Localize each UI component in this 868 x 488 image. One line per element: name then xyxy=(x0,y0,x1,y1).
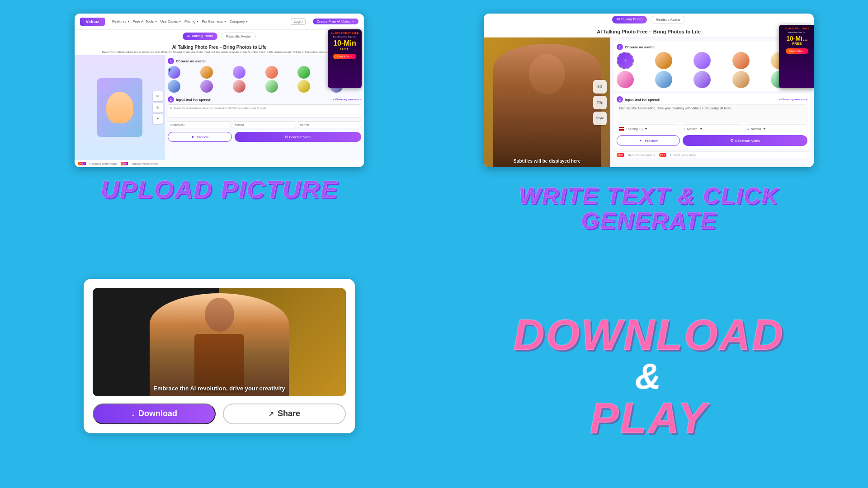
preview-button[interactable]: Preview xyxy=(168,132,232,142)
pro-badge-watermark: PRO xyxy=(78,162,86,165)
s2-black-friday-popup: BLACK FRI... SALE Extend Your Time To...… xyxy=(779,25,814,88)
s2-speed-select[interactable]: ≡ Normal xyxy=(745,124,807,133)
s2-avatar-2[interactable] xyxy=(693,52,711,69)
avatar-thumb-10[interactable] xyxy=(297,80,310,93)
s2-bottom-bar: PRO Remove watermark PRO Unlock voice li… xyxy=(614,151,810,158)
s2-voice-select[interactable]: ♫ Monica xyxy=(681,124,743,133)
s2-tool-bg[interactable]: BG xyxy=(593,80,607,94)
fake-tabs: AI Talking Photo Realistic Avatar xyxy=(75,30,364,43)
avatar-thumb-7[interactable] xyxy=(200,80,213,93)
fake-page-title: AI Talking Photo Free – Bring Photos to … xyxy=(75,43,364,51)
video-card: Embrace the AI revolution, drive your cr… xyxy=(84,279,355,433)
nav-use-cases: Use Cases ▾ xyxy=(160,19,181,23)
language-select[interactable]: English(US) xyxy=(168,121,231,128)
pro-badge-voice: PRO xyxy=(121,162,128,165)
s2-page-title: AI Talking Photo Free – Bring Photos to … xyxy=(487,29,810,34)
video-person-body xyxy=(194,334,244,393)
avatar-thumb-1[interactable] xyxy=(200,66,213,79)
fake-bottom-bar: PRO Remove watermark PRO Unlock voice li… xyxy=(75,160,364,167)
share-button[interactable]: Share xyxy=(223,404,346,424)
download-play-text: DOWNLOAD & PLAY xyxy=(513,313,784,440)
nav-features: Features ▾ xyxy=(112,19,129,23)
s2-subtitle-display: Subtitles will be displayed here xyxy=(484,159,610,164)
language-flag xyxy=(619,127,624,131)
s2-avatar-upload[interactable]: + xyxy=(617,52,634,69)
video-person-figure xyxy=(150,293,289,396)
s2-play-icon xyxy=(640,140,642,142)
avatar-thumb-4[interactable] xyxy=(297,66,310,79)
s2-btn-row: Preview ⚙ Generate Video xyxy=(617,135,807,146)
avatar-thumb-9[interactable] xyxy=(265,80,278,93)
s2-speech-text[interactable]: Embrace the AI revolution, drive your cr… xyxy=(617,104,807,122)
s2-tool-style[interactable]: Style xyxy=(593,112,607,125)
download-icon xyxy=(131,409,135,418)
video-actions: Download Share xyxy=(93,404,346,424)
tool-btn-1[interactable]: ⊞ xyxy=(153,91,163,101)
voice-icon: ♫ xyxy=(683,127,686,131)
tab-realistic-avatar[interactable]: Realistic Avatar xyxy=(221,33,256,40)
nav-pricing: Pricing ▾ xyxy=(184,19,198,23)
black-friday-popup: BLACK FRIDAY SALE Extend Your Time Today… xyxy=(328,29,362,88)
s2-tab-inactive[interactable]: Realistic Avatar xyxy=(651,16,685,23)
avatar-thumb-3[interactable] xyxy=(265,66,278,79)
speed-icon: ≡ xyxy=(747,127,750,131)
s2-tab-active[interactable]: AI Talking Photo xyxy=(612,16,647,23)
screenshot-generate: AI Talking Photo Realistic Avatar AI Tal… xyxy=(484,14,814,167)
s2-pro-badge-1: PRO xyxy=(617,153,624,157)
fake-avatar-head xyxy=(106,92,133,123)
chevron-down-icon-2 xyxy=(700,128,703,130)
video-thumbnail: Embrace the AI revolution, drive your cr… xyxy=(93,288,346,396)
fake-nav-items: Features ▾ Free AI Tools ▾ Use Cases ▾ P… xyxy=(112,19,283,23)
generate-button[interactable]: ⚙ Generate Video xyxy=(235,132,361,142)
s2-popup-cta-button[interactable]: Check It Out → xyxy=(786,48,808,54)
s2-person-container xyxy=(484,38,610,167)
s2-content: BG Clip Style Subtitles will be displaye… xyxy=(484,38,814,167)
tool-btn-2[interactable]: ◎ xyxy=(153,103,163,113)
s2-generate-button[interactable]: ⚙ Generate Video xyxy=(683,135,807,146)
video-person-head xyxy=(205,298,234,332)
fake-btn-row: Preview ⚙ Generate Video xyxy=(168,132,361,142)
fake-navbar: Vidnoz Features ▾ Free AI Tools ▾ Use Ca… xyxy=(75,14,364,30)
fake-avatar-display xyxy=(97,78,142,137)
s2-avatar-8[interactable] xyxy=(732,71,750,88)
fake-login-button[interactable]: Login xyxy=(291,18,306,25)
play-icon xyxy=(192,136,194,138)
s2-preview-button[interactable]: Preview xyxy=(617,135,680,146)
avatar-thumb-2[interactable] xyxy=(233,66,245,79)
fake-avatar-panel: ⊞ ◎ ✦ xyxy=(75,55,165,160)
tool-btn-3[interactable]: ✦ xyxy=(153,114,163,124)
ampersand-text: & xyxy=(513,357,784,396)
s2-tabs: AI Talking Photo Realistic Avatar xyxy=(484,14,814,26)
s2-generate-icon: ⚙ xyxy=(730,138,734,143)
video-subtitle-text: Embrace the AI revolution, drive your cr… xyxy=(93,385,346,392)
nav-tools: Free AI Tools ▾ xyxy=(133,19,157,23)
download-button[interactable]: Download xyxy=(93,404,216,424)
s2-avatar-1[interactable] xyxy=(655,52,672,69)
popup-cta-button[interactable]: Check It Out → xyxy=(333,54,356,59)
fake-create-button[interactable]: Create Free AI Video → xyxy=(313,19,359,24)
voice-select[interactable]: Monica xyxy=(233,121,296,128)
s2-pro-badge-2: PRO xyxy=(659,153,667,157)
nav-business: For Business ▾ xyxy=(202,19,226,23)
write-text-heading: WRITE TEXT & CLICK GENERATE xyxy=(519,175,779,233)
s2-avatar-7[interactable] xyxy=(693,71,711,88)
avatar-thumb-6[interactable] xyxy=(168,80,180,93)
s2-avatar-6[interactable] xyxy=(655,71,672,88)
s2-avatar-5[interactable] xyxy=(617,71,634,88)
s2-title-area: AI Talking Photo Free – Bring Photos to … xyxy=(484,26,814,38)
avatar-thumb-8[interactable] xyxy=(233,80,245,93)
speed-select[interactable]: Normal xyxy=(298,121,361,128)
upload-picture-section: Vidnoz Features ▾ Free AI Tools ▾ Use Ca… xyxy=(9,9,434,274)
s2-avatar-3[interactable] xyxy=(732,52,750,69)
s2-language-select[interactable]: English(US) xyxy=(617,124,679,133)
s2-tools: BG Clip Style xyxy=(593,80,607,125)
s2-section2-header: 2 Input text for speech + Clone my own v… xyxy=(617,96,807,103)
s2-tool-clip[interactable]: Clip xyxy=(593,96,607,109)
tab-ai-talking-photo[interactable]: AI Talking Photo xyxy=(183,33,218,40)
fake-speech-textarea: Embrace the AI revolution, drive your cr… xyxy=(168,104,361,118)
upload-picture-heading: UPLOAD PICTURE xyxy=(100,175,338,203)
avatar-thumb-upload[interactable]: + xyxy=(168,66,180,79)
nav-company: Company ▾ xyxy=(230,19,248,23)
s2-select-row: English(US) ♫ Monica ≡ xyxy=(617,124,807,133)
screenshot-upload: Vidnoz Features ▾ Free AI Tools ▾ Use Ca… xyxy=(75,14,364,167)
